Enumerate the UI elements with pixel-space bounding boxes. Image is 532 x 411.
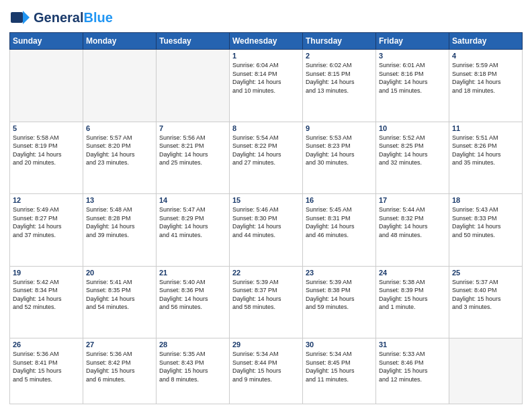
- day-info: Sunrise: 5:35 AM Sunset: 8:43 PM Dayligh…: [159, 350, 226, 383]
- calendar-cell: 25Sunrise: 5:37 AM Sunset: 8:40 PM Dayli…: [449, 266, 523, 338]
- day-info: Sunrise: 6:02 AM Sunset: 8:15 PM Dayligh…: [306, 61, 373, 95]
- weekday-header-monday: Monday: [83, 33, 157, 50]
- day-info: Sunrise: 6:01 AM Sunset: 8:16 PM Dayligh…: [379, 61, 446, 95]
- day-number: 1: [232, 52, 300, 60]
- weekday-header-row: SundayMondayTuesdayWednesdayThursdayFrid…: [10, 33, 523, 50]
- day-info: Sunrise: 5:57 AM Sunset: 8:20 PM Dayligh…: [86, 134, 153, 167]
- page: GeneralBlue SundayMondayTuesdayWednesday…: [0, 0, 532, 411]
- day-info: Sunrise: 5:47 AM Sunset: 8:29 PM Dayligh…: [159, 205, 226, 239]
- day-info: Sunrise: 5:53 AM Sunset: 8:23 PM Dayligh…: [306, 134, 373, 167]
- day-number: 10: [379, 124, 446, 132]
- day-info: Sunrise: 5:58 AM Sunset: 8:19 PM Dayligh…: [13, 134, 80, 167]
- calendar-cell: 26Sunrise: 5:36 AM Sunset: 8:41 PM Dayli…: [10, 338, 83, 404]
- weekday-header-friday: Friday: [376, 33, 449, 50]
- calendar-cell: 13Sunrise: 5:48 AM Sunset: 8:28 PM Dayli…: [83, 194, 157, 267]
- day-info: Sunrise: 5:33 AM Sunset: 8:46 PM Dayligh…: [379, 350, 446, 383]
- day-info: Sunrise: 5:37 AM Sunset: 8:40 PM Dayligh…: [452, 278, 519, 312]
- calendar-cell: 4Sunrise: 5:59 AM Sunset: 8:18 PM Daylig…: [449, 50, 523, 122]
- weekday-header-sunday: Sunday: [10, 33, 83, 50]
- calendar-cell: 5Sunrise: 5:58 AM Sunset: 8:19 PM Daylig…: [10, 122, 83, 194]
- calendar-cell: 11Sunrise: 5:51 AM Sunset: 8:26 PM Dayli…: [449, 122, 523, 194]
- day-number: 22: [232, 269, 300, 277]
- day-number: 30: [306, 340, 373, 349]
- day-info: Sunrise: 5:51 AM Sunset: 8:26 PM Dayligh…: [452, 134, 519, 167]
- calendar-cell: 22Sunrise: 5:39 AM Sunset: 8:37 PM Dayli…: [230, 266, 303, 338]
- week-row-4: 26Sunrise: 5:36 AM Sunset: 8:41 PM Dayli…: [10, 338, 523, 404]
- day-number: 4: [452, 52, 519, 60]
- day-info: Sunrise: 5:34 AM Sunset: 8:44 PM Dayligh…: [232, 350, 300, 383]
- day-info: Sunrise: 5:40 AM Sunset: 8:36 PM Dayligh…: [159, 278, 226, 312]
- day-number: 19: [13, 269, 80, 277]
- calendar-cell: 21Sunrise: 5:40 AM Sunset: 8:36 PM Dayli…: [157, 266, 230, 338]
- calendar-table: SundayMondayTuesdayWednesdayThursdayFrid…: [9, 32, 523, 404]
- day-info: Sunrise: 5:44 AM Sunset: 8:32 PM Dayligh…: [379, 205, 446, 239]
- day-info: Sunrise: 5:36 AM Sunset: 8:41 PM Dayligh…: [13, 350, 80, 383]
- day-number: 13: [86, 196, 153, 204]
- day-info: Sunrise: 5:52 AM Sunset: 8:25 PM Dayligh…: [379, 134, 446, 167]
- day-info: Sunrise: 5:48 AM Sunset: 8:28 PM Dayligh…: [86, 205, 153, 239]
- calendar-cell: 18Sunrise: 5:43 AM Sunset: 8:33 PM Dayli…: [449, 194, 523, 267]
- day-number: 21: [159, 269, 226, 277]
- day-info: Sunrise: 5:46 AM Sunset: 8:30 PM Dayligh…: [232, 205, 300, 239]
- svg-marker-1: [23, 11, 30, 24]
- day-number: 8: [232, 124, 300, 132]
- day-info: Sunrise: 5:39 AM Sunset: 8:37 PM Dayligh…: [232, 278, 300, 312]
- day-number: 24: [379, 269, 446, 277]
- day-number: 27: [86, 340, 153, 349]
- day-number: 12: [13, 196, 80, 204]
- calendar-cell: 16Sunrise: 5:45 AM Sunset: 8:31 PM Dayli…: [303, 194, 376, 267]
- day-number: 15: [232, 196, 300, 204]
- calendar-cell: 30Sunrise: 5:34 AM Sunset: 8:45 PM Dayli…: [303, 338, 376, 404]
- day-number: 28: [159, 340, 226, 349]
- calendar-cell: 27Sunrise: 5:36 AM Sunset: 8:42 PM Dayli…: [83, 338, 157, 404]
- day-info: Sunrise: 5:39 AM Sunset: 8:38 PM Dayligh…: [306, 278, 373, 312]
- day-number: 3: [379, 52, 446, 60]
- day-number: 17: [379, 196, 446, 204]
- day-info: Sunrise: 5:49 AM Sunset: 8:27 PM Dayligh…: [13, 205, 80, 239]
- weekday-header-wednesday: Wednesday: [230, 33, 303, 50]
- calendar-cell: 17Sunrise: 5:44 AM Sunset: 8:32 PM Dayli…: [376, 194, 449, 267]
- day-info: Sunrise: 5:34 AM Sunset: 8:45 PM Dayligh…: [306, 350, 373, 383]
- calendar-cell: 7Sunrise: 5:56 AM Sunset: 8:21 PM Daylig…: [157, 122, 230, 194]
- svg-rect-0: [11, 12, 23, 23]
- day-number: 11: [452, 124, 519, 132]
- logo: GeneralBlue: [9, 7, 113, 28]
- day-number: 23: [306, 269, 373, 277]
- header: GeneralBlue: [9, 7, 523, 28]
- day-info: Sunrise: 5:41 AM Sunset: 8:35 PM Dayligh…: [86, 278, 153, 312]
- calendar-cell: 8Sunrise: 5:54 AM Sunset: 8:22 PM Daylig…: [230, 122, 303, 194]
- day-number: 31: [379, 340, 446, 349]
- calendar-cell: 2Sunrise: 6:02 AM Sunset: 8:15 PM Daylig…: [303, 50, 376, 122]
- calendar-cell: 24Sunrise: 5:38 AM Sunset: 8:39 PM Dayli…: [376, 266, 449, 338]
- day-number: 18: [452, 196, 519, 204]
- calendar-cell: [449, 338, 523, 404]
- calendar-cell: 29Sunrise: 5:34 AM Sunset: 8:44 PM Dayli…: [230, 338, 303, 404]
- day-number: 29: [232, 340, 300, 349]
- day-info: Sunrise: 6:04 AM Sunset: 8:14 PM Dayligh…: [232, 61, 300, 95]
- calendar-cell: [10, 50, 83, 122]
- day-number: 16: [306, 196, 373, 204]
- day-number: 2: [306, 52, 373, 60]
- week-row-2: 12Sunrise: 5:49 AM Sunset: 8:27 PM Dayli…: [10, 194, 523, 267]
- day-info: Sunrise: 5:45 AM Sunset: 8:31 PM Dayligh…: [306, 205, 373, 239]
- week-row-0: 1Sunrise: 6:04 AM Sunset: 8:14 PM Daylig…: [10, 50, 523, 122]
- day-info: Sunrise: 5:42 AM Sunset: 8:34 PM Dayligh…: [13, 278, 80, 312]
- day-info: Sunrise: 5:36 AM Sunset: 8:42 PM Dayligh…: [86, 350, 153, 383]
- week-row-3: 19Sunrise: 5:42 AM Sunset: 8:34 PM Dayli…: [10, 266, 523, 338]
- calendar-cell: 28Sunrise: 5:35 AM Sunset: 8:43 PM Dayli…: [157, 338, 230, 404]
- calendar-cell: 20Sunrise: 5:41 AM Sunset: 8:35 PM Dayli…: [83, 266, 157, 338]
- calendar-cell: 19Sunrise: 5:42 AM Sunset: 8:34 PM Dayli…: [10, 266, 83, 338]
- calendar-cell: 31Sunrise: 5:33 AM Sunset: 8:46 PM Dayli…: [376, 338, 449, 404]
- day-info: Sunrise: 5:43 AM Sunset: 8:33 PM Dayligh…: [452, 205, 519, 239]
- calendar-cell: 12Sunrise: 5:49 AM Sunset: 8:27 PM Dayli…: [10, 194, 83, 267]
- day-number: 14: [159, 196, 226, 204]
- day-number: 6: [86, 124, 153, 132]
- calendar-cell: 1Sunrise: 6:04 AM Sunset: 8:14 PM Daylig…: [230, 50, 303, 122]
- day-number: 20: [86, 269, 153, 277]
- calendar-cell: [157, 50, 230, 122]
- day-number: 25: [452, 269, 519, 277]
- calendar-cell: 6Sunrise: 5:57 AM Sunset: 8:20 PM Daylig…: [83, 122, 157, 194]
- logo-icon: [9, 7, 31, 28]
- calendar-cell: 23Sunrise: 5:39 AM Sunset: 8:38 PM Dayli…: [303, 266, 376, 338]
- calendar-cell: 15Sunrise: 5:46 AM Sunset: 8:30 PM Dayli…: [230, 194, 303, 267]
